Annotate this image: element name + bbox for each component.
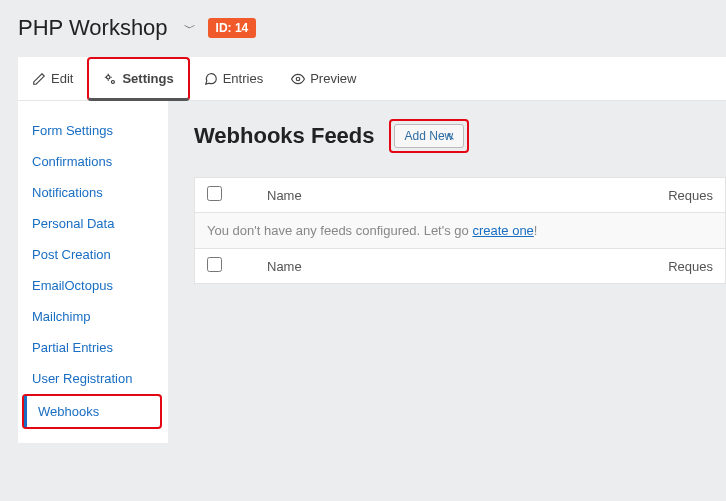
settings-sidebar: Form Settings Confirmations Notification… <box>18 101 168 443</box>
column-name[interactable]: Name <box>267 259 668 274</box>
table-footer: Name Reques <box>194 248 726 284</box>
tab-bar: Edit Settings Entries Preview <box>18 57 726 101</box>
svg-point-0 <box>107 75 111 79</box>
sidebar-item-confirmations[interactable]: Confirmations <box>18 146 168 177</box>
select-all-checkbox-bottom[interactable] <box>207 257 222 272</box>
empty-state-row: You don't have any feeds configured. Let… <box>194 213 726 248</box>
gears-icon <box>103 72 117 86</box>
tab-label: Entries <box>223 71 263 86</box>
select-all-checkbox[interactable] <box>207 186 222 201</box>
sidebar-item-post-creation[interactable]: Post Creation <box>18 239 168 270</box>
pencil-icon <box>32 72 46 86</box>
sidebar-item-user-registration[interactable]: User Registration <box>18 363 168 394</box>
svg-point-2 <box>296 77 300 81</box>
tab-preview[interactable]: Preview <box>277 57 370 100</box>
sidebar-item-notifications[interactable]: Notifications <box>18 177 168 208</box>
cursor-icon: ↖ <box>446 130 455 143</box>
page-title: PHP Workshop <box>18 15 168 41</box>
sidebar-item-webhooks[interactable]: Webhooks <box>24 396 160 427</box>
column-name[interactable]: Name <box>267 188 668 203</box>
id-badge: ID: 14 <box>208 18 257 38</box>
add-new-button[interactable]: Add New ↖ <box>394 124 465 148</box>
sidebar-item-personal-data[interactable]: Personal Data <box>18 208 168 239</box>
empty-text: You don't have any feeds configured. Let… <box>207 223 472 238</box>
sidebar-item-mailchimp[interactable]: Mailchimp <box>18 301 168 332</box>
tab-entries[interactable]: Entries <box>190 57 277 100</box>
speech-bubble-icon <box>204 72 218 86</box>
svg-point-1 <box>112 80 115 83</box>
eye-icon <box>291 72 305 86</box>
section-title: Webhooks Feeds <box>194 123 375 149</box>
tab-label: Edit <box>51 71 73 86</box>
sidebar-item-form-settings[interactable]: Form Settings <box>18 115 168 146</box>
tab-label: Settings <box>122 71 173 86</box>
sidebar-item-partial-entries[interactable]: Partial Entries <box>18 332 168 363</box>
tab-settings[interactable]: Settings <box>87 57 189 101</box>
empty-suffix: ! <box>534 223 538 238</box>
tab-label: Preview <box>310 71 356 86</box>
tab-edit[interactable]: Edit <box>18 57 87 100</box>
column-request[interactable]: Reques <box>668 259 713 274</box>
table-header: Name Reques <box>194 177 726 213</box>
chevron-down-icon[interactable]: ﹀ <box>184 20 196 37</box>
create-one-link[interactable]: create one <box>472 223 533 238</box>
column-request[interactable]: Reques <box>668 188 713 203</box>
sidebar-item-emailoctopus[interactable]: EmailOctopus <box>18 270 168 301</box>
